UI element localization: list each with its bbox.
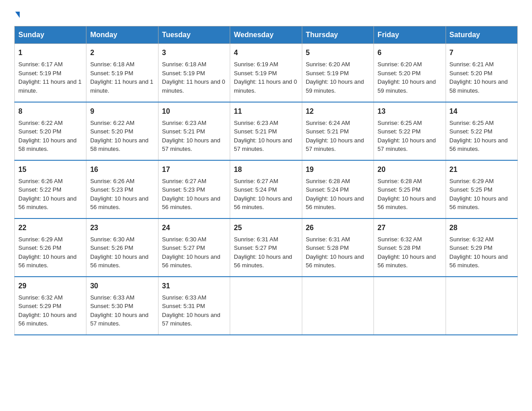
day-number: 30 [90, 281, 154, 291]
day-info: Sunrise: 6:20 AMSunset: 5:20 PMDaylight:… [378, 61, 436, 94]
day-number: 31 [162, 281, 226, 291]
calendar-week-row: 15 Sunrise: 6:26 AMSunset: 5:22 PMDaylig… [15, 160, 518, 218]
day-info: Sunrise: 6:32 AMSunset: 5:29 PMDaylight:… [450, 236, 508, 269]
day-info: Sunrise: 6:28 AMSunset: 5:24 PMDaylight:… [306, 178, 364, 211]
day-info: Sunrise: 6:21 AMSunset: 5:20 PMDaylight:… [450, 61, 508, 94]
day-info: Sunrise: 6:23 AMSunset: 5:21 PMDaylight:… [162, 120, 220, 153]
day-info: Sunrise: 6:33 AMSunset: 5:31 PMDaylight:… [162, 294, 220, 327]
calendar-week-row: 22 Sunrise: 6:29 AMSunset: 5:26 PMDaylig… [15, 218, 518, 277]
calendar-day-cell: 2 Sunrise: 6:18 AMSunset: 5:19 PMDayligh… [86, 44, 158, 102]
calendar-table: SundayMondayTuesdayWednesdayThursdayFrid… [14, 26, 518, 335]
day-info: Sunrise: 6:31 AMSunset: 5:27 PMDaylight:… [234, 236, 292, 269]
day-number: 8 [18, 106, 82, 117]
day-number: 12 [306, 106, 370, 117]
calendar-day-cell: 3 Sunrise: 6:18 AMSunset: 5:19 PMDayligh… [158, 44, 230, 102]
day-number: 11 [234, 106, 298, 117]
logo-arrow-icon [15, 12, 20, 18]
day-info: Sunrise: 6:22 AMSunset: 5:20 PMDaylight:… [18, 120, 77, 153]
calendar-day-cell: 16 Sunrise: 6:26 AMSunset: 5:23 PMDaylig… [86, 160, 158, 218]
day-info: Sunrise: 6:25 AMSunset: 5:22 PMDaylight:… [450, 120, 508, 153]
calendar-day-cell: 14 Sunrise: 6:25 AMSunset: 5:22 PMDaylig… [446, 102, 517, 160]
day-info: Sunrise: 6:29 AMSunset: 5:26 PMDaylight:… [18, 236, 77, 269]
day-number: 18 [234, 164, 298, 175]
day-info: Sunrise: 6:30 AMSunset: 5:26 PMDaylight:… [90, 236, 148, 269]
day-info: Sunrise: 6:18 AMSunset: 5:19 PMDaylight:… [90, 61, 153, 94]
day-number: 28 [450, 223, 514, 233]
calendar-day-cell: 15 Sunrise: 6:26 AMSunset: 5:22 PMDaylig… [15, 160, 86, 218]
day-number: 15 [18, 164, 82, 175]
day-of-week-header: Thursday [302, 26, 373, 44]
day-info: Sunrise: 6:32 AMSunset: 5:28 PMDaylight:… [378, 236, 436, 269]
calendar-day-cell: 25 Sunrise: 6:31 AMSunset: 5:27 PMDaylig… [230, 218, 302, 277]
day-number: 19 [306, 164, 370, 175]
day-info: Sunrise: 6:25 AMSunset: 5:22 PMDaylight:… [378, 120, 436, 153]
calendar-week-row: 29 Sunrise: 6:32 AMSunset: 5:29 PMDaylig… [15, 277, 518, 335]
calendar-day-cell: 4 Sunrise: 6:19 AMSunset: 5:19 PMDayligh… [230, 44, 302, 102]
calendar-day-cell: 6 Sunrise: 6:20 AMSunset: 5:20 PMDayligh… [374, 44, 446, 102]
day-info: Sunrise: 6:18 AMSunset: 5:19 PMDaylight:… [162, 61, 225, 94]
day-info: Sunrise: 6:23 AMSunset: 5:21 PMDaylight:… [234, 120, 292, 153]
calendar-day-cell: 29 Sunrise: 6:32 AMSunset: 5:29 PMDaylig… [15, 277, 86, 335]
day-number: 2 [90, 47, 154, 58]
day-info: Sunrise: 6:20 AMSunset: 5:19 PMDaylight:… [306, 61, 364, 94]
calendar-day-cell: 5 Sunrise: 6:20 AMSunset: 5:19 PMDayligh… [302, 44, 373, 102]
page-header [14, 11, 518, 17]
day-info: Sunrise: 6:28 AMSunset: 5:25 PMDaylight:… [378, 178, 436, 211]
day-info: Sunrise: 6:26 AMSunset: 5:22 PMDaylight:… [18, 178, 77, 211]
day-number: 20 [378, 164, 442, 175]
calendar-day-cell: 26 Sunrise: 6:31 AMSunset: 5:28 PMDaylig… [302, 218, 373, 277]
calendar-day-cell: 7 Sunrise: 6:21 AMSunset: 5:20 PMDayligh… [446, 44, 517, 102]
day-number: 7 [450, 47, 514, 58]
calendar-day-cell: 10 Sunrise: 6:23 AMSunset: 5:21 PMDaylig… [158, 102, 230, 160]
day-number: 13 [378, 106, 442, 117]
day-number: 27 [378, 223, 442, 233]
day-of-week-header: Monday [86, 26, 158, 44]
calendar-day-cell [446, 277, 517, 335]
calendar-week-row: 8 Sunrise: 6:22 AMSunset: 5:20 PMDayligh… [15, 102, 518, 160]
day-info: Sunrise: 6:30 AMSunset: 5:27 PMDaylight:… [162, 236, 220, 269]
logo [14, 11, 21, 17]
calendar-week-row: 1 Sunrise: 6:17 AMSunset: 5:19 PMDayligh… [15, 44, 518, 102]
day-number: 22 [18, 223, 82, 233]
day-number: 3 [162, 47, 226, 58]
calendar-day-cell: 20 Sunrise: 6:28 AMSunset: 5:25 PMDaylig… [374, 160, 446, 218]
day-info: Sunrise: 6:22 AMSunset: 5:20 PMDaylight:… [90, 120, 148, 153]
day-number: 25 [234, 223, 298, 233]
day-number: 23 [90, 223, 154, 233]
calendar-day-cell: 27 Sunrise: 6:32 AMSunset: 5:28 PMDaylig… [374, 218, 446, 277]
calendar-day-cell: 17 Sunrise: 6:27 AMSunset: 5:23 PMDaylig… [158, 160, 230, 218]
day-number: 17 [162, 164, 226, 175]
day-number: 24 [162, 223, 226, 233]
calendar-day-cell: 31 Sunrise: 6:33 AMSunset: 5:31 PMDaylig… [158, 277, 230, 335]
day-number: 1 [18, 47, 82, 58]
calendar-day-cell: 11 Sunrise: 6:23 AMSunset: 5:21 PMDaylig… [230, 102, 302, 160]
calendar-header-row: SundayMondayTuesdayWednesdayThursdayFrid… [15, 26, 518, 44]
day-info: Sunrise: 6:24 AMSunset: 5:21 PMDaylight:… [306, 120, 364, 153]
day-info: Sunrise: 6:31 AMSunset: 5:28 PMDaylight:… [306, 236, 364, 269]
calendar-day-cell: 24 Sunrise: 6:30 AMSunset: 5:27 PMDaylig… [158, 218, 230, 277]
day-of-week-header: Tuesday [158, 26, 230, 44]
calendar-day-cell: 8 Sunrise: 6:22 AMSunset: 5:20 PMDayligh… [15, 102, 86, 160]
day-info: Sunrise: 6:29 AMSunset: 5:25 PMDaylight:… [450, 178, 508, 211]
day-info: Sunrise: 6:19 AMSunset: 5:19 PMDaylight:… [234, 61, 297, 94]
day-number: 4 [234, 47, 298, 58]
day-info: Sunrise: 6:26 AMSunset: 5:23 PMDaylight:… [90, 178, 148, 211]
day-number: 10 [162, 106, 226, 117]
calendar-day-cell: 18 Sunrise: 6:27 AMSunset: 5:24 PMDaylig… [230, 160, 302, 218]
day-of-week-header: Saturday [446, 26, 517, 44]
day-number: 14 [450, 106, 514, 117]
calendar-day-cell: 12 Sunrise: 6:24 AMSunset: 5:21 PMDaylig… [302, 102, 373, 160]
calendar-day-cell: 1 Sunrise: 6:17 AMSunset: 5:19 PMDayligh… [15, 44, 86, 102]
day-number: 6 [378, 47, 442, 58]
day-number: 29 [18, 281, 82, 291]
day-info: Sunrise: 6:32 AMSunset: 5:29 PMDaylight:… [18, 294, 77, 327]
day-number: 21 [450, 164, 514, 175]
calendar-day-cell [230, 277, 302, 335]
day-number: 16 [90, 164, 154, 175]
day-number: 5 [306, 47, 370, 58]
calendar-day-cell [302, 277, 373, 335]
day-info: Sunrise: 6:33 AMSunset: 5:30 PMDaylight:… [90, 294, 148, 327]
day-info: Sunrise: 6:17 AMSunset: 5:19 PMDaylight:… [18, 61, 82, 94]
calendar-day-cell: 13 Sunrise: 6:25 AMSunset: 5:22 PMDaylig… [374, 102, 446, 160]
day-info: Sunrise: 6:27 AMSunset: 5:24 PMDaylight:… [234, 178, 292, 211]
